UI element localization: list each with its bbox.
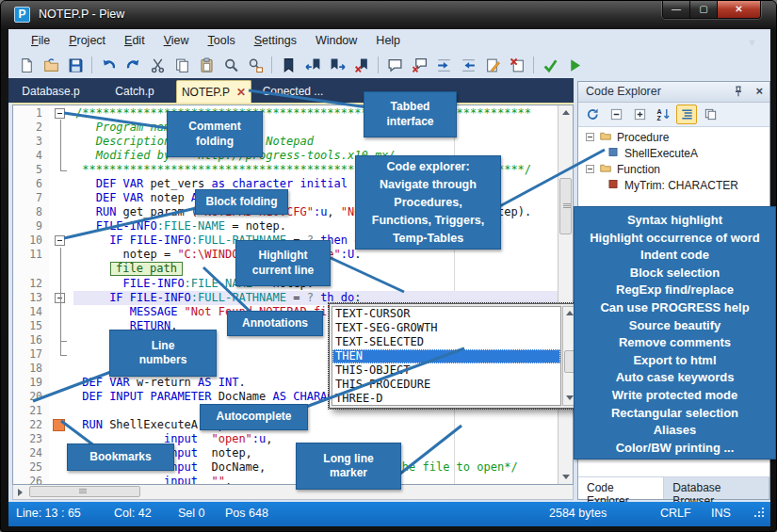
panel-tab-code-explorer[interactable]: Code Explorer [578,477,664,499]
editor-horizontal-scrollbar[interactable] [12,485,574,500]
tab-label: Database.p [22,85,79,98]
callout-line-numbers: Line numbers [109,330,217,377]
fold-collapse-icon[interactable] [55,108,65,119]
fold-margin[interactable] [49,362,73,376]
autocomplete-item[interactable]: THREE-D [332,392,560,406]
collapse-all-icon[interactable] [606,105,626,124]
document-tab-database-p[interactable]: Database.p [8,80,93,103]
fold-margin[interactable] [49,121,73,135]
fold-margin[interactable] [49,291,73,305]
scrollbar-thumb[interactable] [559,178,572,234]
fold-margin[interactable] [49,106,73,121]
copy-view-icon[interactable] [700,105,720,124]
fold-margin[interactable] [49,135,73,149]
toolbar-separator [533,56,534,73]
fold-margin[interactable] [49,219,73,234]
document-tab-conected-[interactable]: Conected ... [251,80,334,103]
scrollbar-thumb[interactable] [29,486,140,497]
fold-collapse-icon[interactable] [55,235,65,246]
pin-icon[interactable] [732,85,745,98]
paste-icon[interactable] [194,54,219,76]
fold-margin[interactable] [49,149,73,163]
annotation-edit-icon[interactable] [480,54,505,76]
scroll-down-arrow[interactable] [558,470,573,484]
replace-icon[interactable] [243,54,267,76]
autocomplete-item[interactable]: THIS-OBJECT [332,363,560,378]
comment-icon[interactable] [382,54,407,76]
bookmark-previous-icon[interactable] [300,54,325,76]
autocomplete-item[interactable]: TEXT-SEG-GROWTH [332,321,560,335]
bookmark-toggle-icon[interactable] [276,54,300,76]
panel-tab-database-browser[interactable]: Database Browser [664,477,769,499]
sort-az-icon[interactable]: AZ [653,105,673,124]
menu-item-file[interactable]: File [22,31,59,50]
bookmark-next-icon[interactable] [325,54,349,76]
tree-expander-icon[interactable] [586,133,594,141]
menu-item-window[interactable]: Window [306,31,366,50]
tree-item-mytrim-character[interactable]: MyTrim: CHARACTER [578,177,769,193]
close-button[interactable]: ✕ [718,1,760,19]
tree-item-shellexecutea[interactable]: ShellExecuteA [578,145,769,161]
bookmark-clear-icon[interactable] [349,54,374,76]
fold-margin[interactable] [49,376,73,390]
menu-item-tools[interactable]: Tools [199,31,245,50]
tab-close-icon[interactable]: ✕ [236,86,246,99]
indent-icon[interactable] [431,54,456,76]
minimize-button[interactable]: — [663,1,690,19]
fold-margin[interactable] [49,191,73,205]
fold-margin[interactable] [49,418,73,432]
bookmark-marker[interactable] [53,419,65,431]
tree-item-procedure[interactable]: Procedure [578,129,769,145]
autocomplete-item[interactable]: TEXT-SELECTED [332,335,560,349]
save-file-icon[interactable] [63,54,88,76]
tree-item-function[interactable]: Function [578,161,769,177]
document-tab-notep-p[interactable]: NOTEP.P✕ [176,80,251,103]
undo-icon[interactable] [96,54,121,76]
uncomment-icon[interactable] [407,54,431,76]
fold-margin[interactable] [49,277,73,291]
tree-expander-icon[interactable] [586,165,594,173]
menu-item-edit[interactable]: Edit [115,31,154,50]
autocomplete-item[interactable]: THIS-PROCEDURE [332,378,560,392]
editor-vertical-scrollbar[interactable] [558,105,573,484]
flat-view-icon[interactable] [676,105,697,124]
menu-item-help[interactable]: Help [366,31,410,50]
annotation-delete-icon[interactable] [505,54,529,76]
refresh-icon[interactable] [582,105,603,124]
fold-margin[interactable] [49,234,73,248]
menu-item-settings[interactable]: Settings [245,31,306,50]
fold-margin[interactable] [49,475,73,485]
autocomplete-item[interactable]: TEXT-CURSOR [332,307,560,321]
find-icon[interactable] [219,54,243,76]
document-tab-catch-p[interactable]: Catch.p [93,80,176,103]
copy-icon[interactable] [170,54,194,76]
scroll-right-arrow[interactable] [13,485,27,499]
autocomplete-item[interactable]: THEN [332,349,560,363]
syntax-check-icon[interactable] [538,54,562,76]
line-number: 24 [13,446,49,460]
menu-item-view[interactable]: View [154,31,199,50]
open-file-icon[interactable] [39,54,63,76]
fold-margin[interactable] [49,390,73,404]
expand-all-icon[interactable] [629,105,650,124]
fold-margin[interactable] [49,319,73,333]
fold-margin[interactable] [49,205,73,219]
fold-margin[interactable] [49,404,73,418]
scroll-up-arrow[interactable] [558,105,573,120]
cut-icon[interactable] [145,54,170,76]
tab-overflow-icon[interactable]: ▼ [747,37,757,48]
maximize-button[interactable]: ▢ [690,1,718,19]
resize-grip[interactable] [753,507,765,518]
fold-margin[interactable] [49,305,73,319]
redo-icon[interactable] [121,54,145,76]
run-icon[interactable] [562,54,587,76]
svg-text:A: A [656,108,661,115]
new-file-icon[interactable] [14,54,39,76]
annotation-badge: file path [110,262,183,276]
unindent-icon[interactable] [456,54,480,76]
fold-margin[interactable] [49,177,73,191]
menu-item-project[interactable]: Project [59,31,115,50]
fold-margin[interactable] [49,248,73,262]
panel-close-icon[interactable]: × [755,84,763,98]
title-bar[interactable]: P NOTEP.P - Piew — ▢ ✕ [1,1,776,29]
